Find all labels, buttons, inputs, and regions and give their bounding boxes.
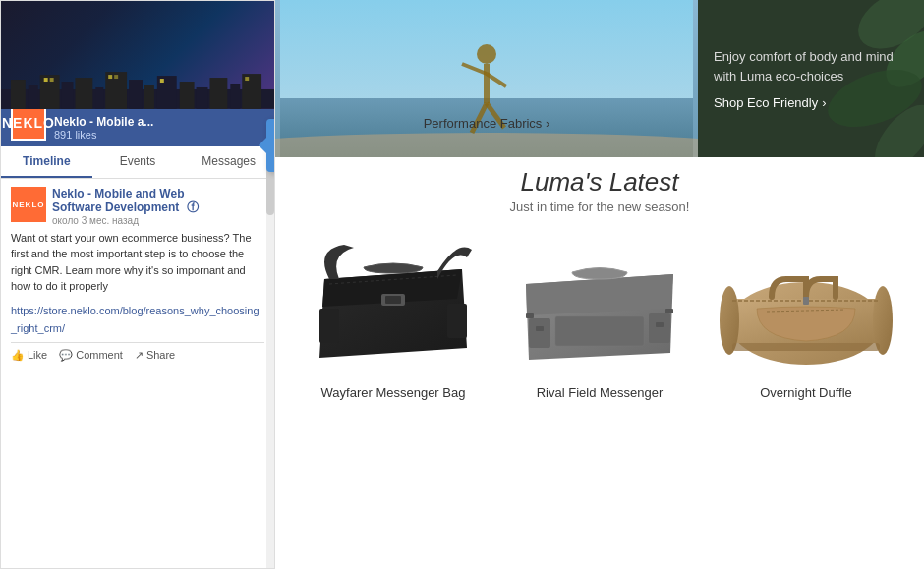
scrollbar[interactable] [266,146,274,568]
fb-header: NEKLO Neklo - Mobile a... 891 likes 👍 Li… [1,1,274,146]
fb-page-likes: 891 likes [54,129,264,141]
luma-latest-title: Luma's Latest [295,167,904,198]
fb-post-header: NEKLO Neklo - Mobile and WebSoftware Dev… [11,187,264,226]
fb-comment-action[interactable]: 💬 Comment [59,349,123,362]
arrow-right-icon: › [822,95,826,110]
fb-post-link[interactable]: https://store.neklo.com/blog/reasons_why… [11,305,260,334]
fb-icon: ⓕ [187,200,199,214]
svg-rect-52 [656,322,664,327]
share-icon: ↗ [135,349,144,362]
svg-rect-50 [649,313,670,343]
svg-rect-48 [555,316,644,346]
svg-rect-1 [11,80,26,109]
duffle-bag-image [718,230,895,377]
fb-page-text: Neklo - Mobile a... 891 likes [54,115,264,141]
fb-post-author: Neklo - Mobile and WebSoftware Developme… [52,187,264,215]
banner-left: Performance Fabrics › [275,0,698,157]
product-item: Rival Field Messenger [501,230,698,400]
avatar-logo: NEKLO [13,200,45,209]
eco-tagline: Enjoy comfort of body and mind with Luma… [714,47,908,85]
svg-rect-20 [160,79,164,83]
tab-timeline[interactable]: Timeline [1,146,92,178]
svg-point-24 [275,133,698,157]
fb-share-action[interactable]: ↗ Share [135,349,175,362]
rival-bag-image [511,230,688,377]
fb-page-info: NEKLO Neklo - Mobile a... 891 likes [1,109,274,146]
svg-rect-38 [385,296,401,304]
shop-eco-label: Shop Eco Friendly [714,95,818,110]
svg-rect-9 [144,85,154,109]
product-item: Wayfarer Messenger Bag [295,230,491,400]
fb-like-action[interactable]: 👍 Like [11,349,47,362]
product-name: Rival Field Messenger [537,385,664,400]
like-icon: 👍 [11,349,25,362]
fb-page-name: Neklo - Mobile a... [54,115,264,129]
svg-rect-4 [62,82,74,109]
svg-rect-13 [209,78,227,109]
skyline-icon [1,60,274,109]
svg-rect-39 [319,309,339,343]
main-content: Performance Fabrics › Enjoy comfort of b… [275,0,924,569]
product-name: Overnight Duffle [760,385,852,400]
svg-rect-17 [50,78,54,82]
svg-rect-6 [95,87,103,109]
svg-rect-8 [129,80,143,109]
svg-text:Performance Fabrics ›: Performance Fabrics › [424,116,550,131]
svg-rect-14 [230,84,240,109]
svg-rect-19 [114,75,118,79]
product-image-rival[interactable] [511,230,688,377]
beach-scene: Performance Fabrics › [275,0,698,157]
product-item: Overnight Duffle [708,230,904,400]
facebook-widget: NEKLO Neklo - Mobile a... 891 likes 👍 Li… [0,0,275,569]
neklo-logo-text: NEKLO [2,115,55,131]
svg-rect-49 [529,318,550,348]
products-grid: Wayfarer Messenger Bag [295,230,904,400]
fb-post-area: NEKLO Neklo - Mobile and WebSoftware Dev… [1,179,274,568]
svg-rect-21 [245,77,249,81]
banner-right: Enjoy comfort of body and mind with Luma… [698,0,924,157]
product-image-duffle[interactable] [718,230,895,377]
tab-events[interactable]: Events [92,146,184,178]
svg-rect-58 [803,297,809,305]
shop-eco-friendly-button[interactable]: Shop Eco Friendly › [714,95,908,110]
svg-rect-12 [197,87,208,109]
fb-post-actions: 👍 Like 💬 Comment ↗ Share [11,342,264,362]
facebook-widget-tooltip: Check the Facebook Widget appearance on … [266,119,275,172]
svg-rect-2 [29,85,38,109]
luma-subtitle: Just in time for the new season! [295,199,904,214]
svg-rect-18 [108,75,112,79]
fb-post-time: около 3 мес. назад [52,215,264,226]
svg-rect-40 [447,304,467,338]
comment-label: Comment [76,349,123,361]
fb-tabs: Timeline Events Messages [1,146,274,179]
svg-rect-5 [75,78,92,109]
fb-cover-photo [1,1,274,109]
svg-rect-11 [180,82,195,109]
share-label: Share [146,349,175,361]
svg-rect-60 [732,343,880,351]
svg-rect-42 [526,313,534,318]
svg-rect-16 [44,78,48,82]
svg-rect-43 [665,309,673,313]
top-banner: Performance Fabrics › Enjoy comfort of b… [275,0,924,157]
fb-page-logo: NEKLO [11,105,46,141]
avatar: NEKLO [11,187,46,222]
product-image-wayfarer[interactable] [305,230,482,377]
product-name: Wayfarer Messenger Bag [321,385,466,400]
like-label: Like [28,349,47,361]
svg-rect-51 [536,326,544,331]
wayfarer-bag-image [305,230,482,377]
fb-post-meta: Neklo - Mobile and WebSoftware Developme… [52,187,264,226]
comment-icon: 💬 [59,349,73,362]
svg-point-25 [477,44,496,64]
products-section: Luma's Latest Just in time for the new s… [275,157,924,569]
fb-post-body: Want ot start your own ecommerce busines… [11,230,264,295]
